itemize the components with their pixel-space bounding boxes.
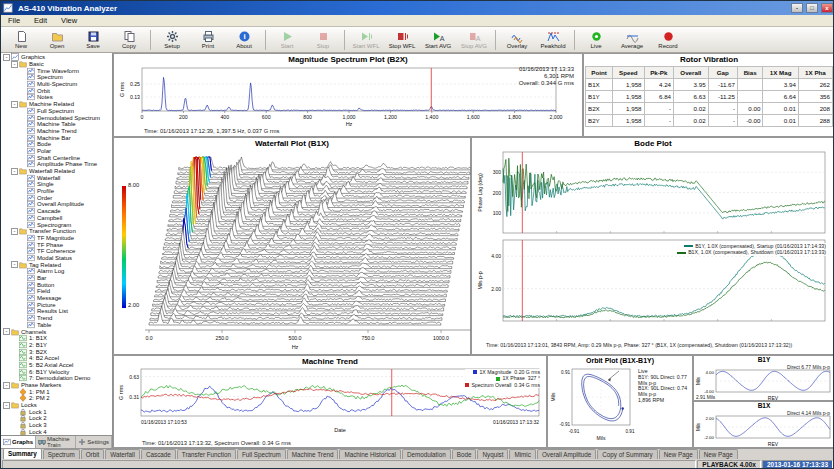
toolbar-average-button[interactable]: Average (614, 28, 650, 52)
tree-node-tf-phase[interactable]: TF Phase (3, 241, 112, 248)
tree-node-polar[interactable]: Polar (3, 148, 112, 155)
tree-node-single[interactable]: Single (3, 181, 112, 188)
tree-node-multi-spectrum[interactable]: Multi-Spectrum (3, 81, 112, 88)
toolbar-about-button[interactable]: iAbout (226, 28, 262, 52)
page-tab-new-page-15[interactable]: New Page (659, 449, 698, 459)
expander-icon[interactable]: - (3, 54, 10, 61)
tree-node-results-list[interactable]: Results List (3, 308, 112, 315)
tree-node-waterfall[interactable]: Waterfall (3, 174, 112, 181)
tree-node-orbit[interactable]: Orbit (3, 87, 112, 94)
tree-node-machine-bar[interactable]: Machine Bar (3, 134, 112, 141)
minimize-button[interactable]: - (791, 3, 803, 13)
page-tab-machine-trend[interactable]: Machine Trend (287, 449, 339, 459)
tree-node-trend[interactable]: Trend (3, 315, 112, 322)
tree-node-time-waveform[interactable]: Time Waveform (3, 67, 112, 74)
tree-node-machine-table[interactable]: Machine Table (3, 121, 112, 128)
tree-node-tf-magnitude[interactable]: TF Magnitude (3, 235, 112, 242)
tree-node-transfer-function[interactable]: -Transfer Function (3, 228, 112, 235)
tree-node-campbell[interactable]: Campbell (3, 215, 112, 222)
waterfall-plot[interactable]: 0.0250.0500.0750.01000.0Hz (115, 149, 471, 355)
tree-node-overall-amplitude[interactable]: Overall Amplitude (3, 201, 112, 208)
table-cell: -11.67 (708, 79, 737, 91)
tree-node-tf-coherence[interactable]: TF Coherence (3, 248, 112, 255)
toolbar-peakhold-button[interactable]: Peakhold (535, 28, 571, 52)
sidebar-tab-graphs[interactable]: Graphs (1, 436, 36, 448)
tree-node-picture[interactable]: Picture (3, 301, 112, 308)
tree-node-spectrum[interactable]: Spectrum (3, 74, 112, 81)
tree-node-waterfall-related[interactable]: -Waterfall Related (3, 168, 112, 175)
tree-node-profile[interactable]: Profile (3, 188, 112, 195)
expander-icon[interactable]: - (11, 61, 18, 68)
sidebar-tab-machine-train[interactable]: Machine Train (36, 436, 76, 448)
toolbar-record-button[interactable]: Record (650, 28, 686, 52)
expander-icon[interactable]: - (3, 328, 10, 335)
toolbar-copy-button[interactable]: Copy (111, 28, 147, 52)
toolbar-setup-button[interactable]: Setup (154, 28, 190, 52)
page-tab-summary[interactable]: Summary (3, 448, 42, 459)
tree-node-machine-related[interactable]: -Machine Related (3, 101, 112, 108)
tree-node-table[interactable]: Table (3, 322, 112, 329)
page-tab-cascade[interactable]: Cascade (141, 449, 176, 459)
toolbar-button-label: Live (590, 43, 601, 49)
page-tab-bode[interactable]: Bode (452, 449, 477, 459)
tree-node-label: Message (37, 295, 61, 301)
page-tab-copy-of-summary[interactable]: Copy of Summary (597, 449, 657, 459)
page-tab-machine-historical[interactable]: Machine Historical (339, 449, 400, 459)
tree-node-label: Modal Status (37, 255, 72, 261)
tree-node-full-spectrum[interactable]: Full Spectrum (3, 108, 112, 115)
expander-icon[interactable]: - (11, 101, 18, 108)
page-tab-waterfall[interactable]: Waterfall (105, 449, 140, 459)
waveform-b1x-plot[interactable]: 2.00-2.00MilsREV (694, 410, 834, 448)
tree-node-bode[interactable]: Bode (3, 141, 112, 148)
expander-icon[interactable]: - (3, 402, 10, 409)
close-button[interactable]: x (821, 3, 833, 13)
table-row[interactable]: B1X1,9584.243.95-11.673.94262 (586, 79, 833, 91)
tree-node-basic[interactable]: -Basic (3, 61, 112, 68)
tree-node-message[interactable]: Message (3, 295, 112, 302)
toolbar-live-button[interactable]: Live (578, 28, 614, 52)
panel-rotor-vibration: Rotor Vibration PointSpeedPk-PkOverallGa… (583, 53, 834, 137)
tree-node-demodulated-spectrum[interactable]: Demodulated Spectrum (3, 114, 112, 121)
toolbar-start-avg-button[interactable]: AStart AVG (420, 28, 456, 52)
toolbar-new-button[interactable]: New (3, 28, 39, 52)
tree-node-cascade[interactable]: Cascade (3, 208, 112, 215)
table-row[interactable]: B2X1,958-0.02-0.000.01208 (586, 103, 833, 115)
toolbar-stop-wfl-button[interactable]: Stop WFL (384, 28, 420, 52)
expander-icon[interactable]: - (11, 228, 18, 235)
page-tab-overall-amplitude[interactable]: Overall Amplitude (537, 449, 596, 459)
expander-icon[interactable]: - (3, 382, 10, 389)
menu-view[interactable]: View (54, 16, 84, 25)
page-tab-mimic[interactable]: Mimic (509, 449, 535, 459)
menu-file[interactable]: File (1, 16, 27, 25)
spectrum-plot[interactable]: 0.250.13G rms02004006008001,0001,2001,40… (116, 65, 582, 127)
maximize-button[interactable]: □ (806, 3, 818, 13)
machine-train-icon (38, 438, 46, 446)
page-tab-spectrum[interactable]: Spectrum (43, 449, 80, 459)
table-row[interactable]: B1Y1,9586.846.63-11.256.64356 (586, 91, 833, 103)
menu-edit[interactable]: Edit (27, 16, 54, 25)
table-row[interactable]: B2Y1,958-0.02--0.000.01288 (586, 115, 833, 127)
toolbar-overlay-button[interactable]: Overlay (499, 28, 535, 52)
tree-node-order[interactable]: Order (3, 194, 112, 201)
page-tab-nyquist[interactable]: Nyquist (477, 449, 508, 459)
page-tab-new-page-16[interactable]: New Page (699, 449, 738, 459)
expander-icon[interactable]: - (11, 168, 18, 175)
toolbar-save-button[interactable]: Save (75, 28, 111, 52)
tree-node-field[interactable]: Field (3, 288, 112, 295)
tree-node-7-demodulation-demo[interactable]: 7: Demodulation Demo (3, 375, 112, 382)
toolbar-print-button[interactable]: Print (190, 28, 226, 52)
tree-node-shaft-centerline[interactable]: Shaft Centerline (3, 154, 112, 161)
page-tab-demodulation[interactable]: Demodulation (402, 449, 451, 459)
page-tab-transfer-function[interactable]: Transfer Function (177, 449, 236, 459)
tree-node-bar[interactable]: Bar (3, 275, 112, 282)
tree-node-button[interactable]: Button (3, 281, 112, 288)
expander-icon[interactable]: - (11, 261, 18, 268)
tree-node-machine-trend[interactable]: Machine Trend (3, 128, 112, 135)
sidebar-tab-settings[interactable]: Settings (76, 436, 112, 448)
tree-node-2-pm-2[interactable]: 2: PM 2 (3, 395, 112, 402)
toolbar-open-button[interactable]: Open (39, 28, 75, 52)
tree-node-tag-related[interactable]: -Tag Related (3, 261, 112, 268)
tree-node-alarm-log[interactable]: Alarm Log (3, 268, 112, 275)
page-tab-full-spectrum[interactable]: Full Spectrum (237, 449, 286, 459)
page-tab-orbit[interactable]: Orbit (81, 449, 105, 459)
